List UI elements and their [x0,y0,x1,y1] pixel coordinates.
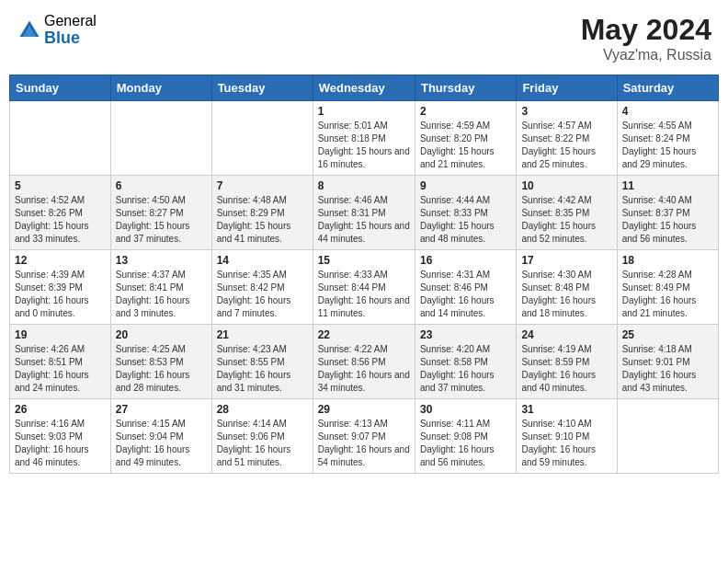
table-row [110,101,211,176]
calendar-week-row: 19Sunrise: 4:26 AMSunset: 8:51 PMDayligh… [10,325,719,399]
calendar-week-row: 5Sunrise: 4:52 AMSunset: 8:26 PMDaylight… [10,176,719,250]
table-row: 29Sunrise: 4:13 AMSunset: 9:07 PMDayligh… [313,399,415,474]
day-number: 13 [116,254,207,267]
day-info: Sunrise: 4:59 AMSunset: 8:20 PMDaylight:… [420,120,511,171]
day-info: Sunrise: 4:48 AMSunset: 8:29 PMDaylight:… [217,194,308,246]
table-row: 4Sunrise: 4:55 AMSunset: 8:24 PMDaylight… [617,101,718,176]
day-number: 28 [217,403,308,416]
day-number: 1 [318,105,410,118]
table-row: 27Sunrise: 4:15 AMSunset: 9:04 PMDayligh… [110,399,211,474]
day-info: Sunrise: 4:19 AMSunset: 8:59 PMDaylight:… [521,343,611,395]
day-info: Sunrise: 4:50 AMSunset: 8:27 PMDaylight:… [116,194,207,246]
day-number: 14 [217,254,308,267]
day-info: Sunrise: 4:40 AMSunset: 8:37 PMDaylight:… [622,194,713,246]
table-row: 5Sunrise: 4:52 AMSunset: 8:26 PMDaylight… [10,176,111,250]
header-wednesday: Wednesday [313,75,415,101]
table-row: 24Sunrise: 4:19 AMSunset: 8:59 PMDayligh… [517,325,617,399]
logo: General Blue [17,13,97,47]
calendar-week-row: 12Sunrise: 4:39 AMSunset: 8:39 PMDayligh… [10,250,719,325]
day-info: Sunrise: 4:35 AMSunset: 8:42 PMDaylight:… [217,269,308,320]
calendar-table: Sunday Monday Tuesday Wednesday Thursday… [9,75,719,474]
table-row: 8Sunrise: 4:46 AMSunset: 8:31 PMDaylight… [313,176,415,250]
table-row: 9Sunrise: 4:44 AMSunset: 8:33 PMDaylight… [415,176,516,250]
day-info: Sunrise: 4:14 AMSunset: 9:06 PMDaylight:… [217,418,308,469]
page-header: General Blue May 2024 Vyaz'ma, Russia [9,9,719,67]
table-row: 26Sunrise: 4:16 AMSunset: 9:03 PMDayligh… [10,399,111,474]
table-row: 16Sunrise: 4:31 AMSunset: 8:46 PMDayligh… [415,250,516,325]
table-row: 18Sunrise: 4:28 AMSunset: 8:49 PMDayligh… [617,250,718,325]
day-info: Sunrise: 4:26 AMSunset: 8:51 PMDaylight:… [15,343,106,395]
table-row: 6Sunrise: 4:50 AMSunset: 8:27 PMDaylight… [110,176,211,250]
day-info: Sunrise: 4:33 AMSunset: 8:44 PMDaylight:… [318,269,410,320]
day-number: 2 [420,105,511,118]
table-row: 19Sunrise: 4:26 AMSunset: 8:51 PMDayligh… [10,325,111,399]
day-number: 25 [622,328,713,341]
day-number: 5 [15,179,106,192]
day-number: 6 [116,179,207,192]
day-info: Sunrise: 4:15 AMSunset: 9:04 PMDaylight:… [116,418,207,469]
day-number: 22 [318,328,410,341]
month-year: May 2024 [581,13,711,47]
day-number: 15 [318,254,410,267]
day-number: 21 [217,328,308,341]
day-number: 29 [318,403,410,416]
header-saturday: Saturday [617,75,718,101]
day-info: Sunrise: 4:25 AMSunset: 8:53 PMDaylight:… [116,343,207,395]
table-row: 28Sunrise: 4:14 AMSunset: 9:06 PMDayligh… [211,399,313,474]
day-info: Sunrise: 4:52 AMSunset: 8:26 PMDaylight:… [15,194,106,246]
day-number: 8 [318,179,410,192]
day-number: 30 [420,403,511,416]
day-number: 23 [420,328,511,341]
weekday-header-row: Sunday Monday Tuesday Wednesday Thursday… [10,75,719,101]
table-row: 12Sunrise: 4:39 AMSunset: 8:39 PMDayligh… [10,250,111,325]
table-row: 14Sunrise: 4:35 AMSunset: 8:42 PMDayligh… [211,250,313,325]
logo-general: General [44,13,97,29]
header-thursday: Thursday [415,75,516,101]
day-number: 9 [420,179,511,192]
day-info: Sunrise: 5:01 AMSunset: 8:18 PMDaylight:… [318,120,410,171]
logo-icon [17,17,42,43]
day-info: Sunrise: 4:57 AMSunset: 8:22 PMDaylight:… [521,120,611,171]
day-number: 10 [521,179,611,192]
table-row [617,399,718,474]
day-info: Sunrise: 4:20 AMSunset: 8:58 PMDaylight:… [420,343,511,395]
table-row: 23Sunrise: 4:20 AMSunset: 8:58 PMDayligh… [415,325,516,399]
day-info: Sunrise: 4:31 AMSunset: 8:46 PMDaylight:… [420,269,511,320]
day-number: 4 [622,105,713,118]
day-number: 31 [521,403,611,416]
day-number: 19 [15,328,106,341]
table-row: 20Sunrise: 4:25 AMSunset: 8:53 PMDayligh… [110,325,211,399]
table-row: 21Sunrise: 4:23 AMSunset: 8:55 PMDayligh… [211,325,313,399]
day-number: 16 [420,254,511,267]
day-number: 20 [116,328,207,341]
day-number: 18 [622,254,713,267]
calendar-week-row: 26Sunrise: 4:16 AMSunset: 9:03 PMDayligh… [10,399,719,474]
day-number: 12 [15,254,106,267]
table-row: 25Sunrise: 4:18 AMSunset: 9:01 PMDayligh… [617,325,718,399]
day-info: Sunrise: 4:22 AMSunset: 8:56 PMDaylight:… [318,343,410,395]
table-row [211,101,313,176]
title-block: May 2024 Vyaz'ma, Russia [581,13,711,63]
day-info: Sunrise: 4:18 AMSunset: 9:01 PMDaylight:… [622,343,713,395]
day-info: Sunrise: 4:55 AMSunset: 8:24 PMDaylight:… [622,120,713,171]
day-info: Sunrise: 4:37 AMSunset: 8:41 PMDaylight:… [116,269,207,320]
table-row: 15Sunrise: 4:33 AMSunset: 8:44 PMDayligh… [313,250,415,325]
table-row: 3Sunrise: 4:57 AMSunset: 8:22 PMDaylight… [517,101,617,176]
day-info: Sunrise: 4:23 AMSunset: 8:55 PMDaylight:… [217,343,308,395]
day-info: Sunrise: 4:10 AMSunset: 9:10 PMDaylight:… [521,418,611,469]
day-number: 17 [521,254,611,267]
header-monday: Monday [110,75,211,101]
table-row [10,101,111,176]
table-row: 31Sunrise: 4:10 AMSunset: 9:10 PMDayligh… [517,399,617,474]
table-row: 22Sunrise: 4:22 AMSunset: 8:56 PMDayligh… [313,325,415,399]
day-info: Sunrise: 4:30 AMSunset: 8:48 PMDaylight:… [521,269,611,320]
logo-blue: Blue [44,29,97,48]
day-info: Sunrise: 4:44 AMSunset: 8:33 PMDaylight:… [420,194,511,246]
day-info: Sunrise: 4:13 AMSunset: 9:07 PMDaylight:… [318,418,410,469]
header-sunday: Sunday [10,75,111,101]
header-tuesday: Tuesday [211,75,313,101]
table-row: 10Sunrise: 4:42 AMSunset: 8:35 PMDayligh… [517,176,617,250]
day-number: 3 [521,105,611,118]
table-row: 30Sunrise: 4:11 AMSunset: 9:08 PMDayligh… [415,399,516,474]
day-info: Sunrise: 4:39 AMSunset: 8:39 PMDaylight:… [15,269,106,320]
